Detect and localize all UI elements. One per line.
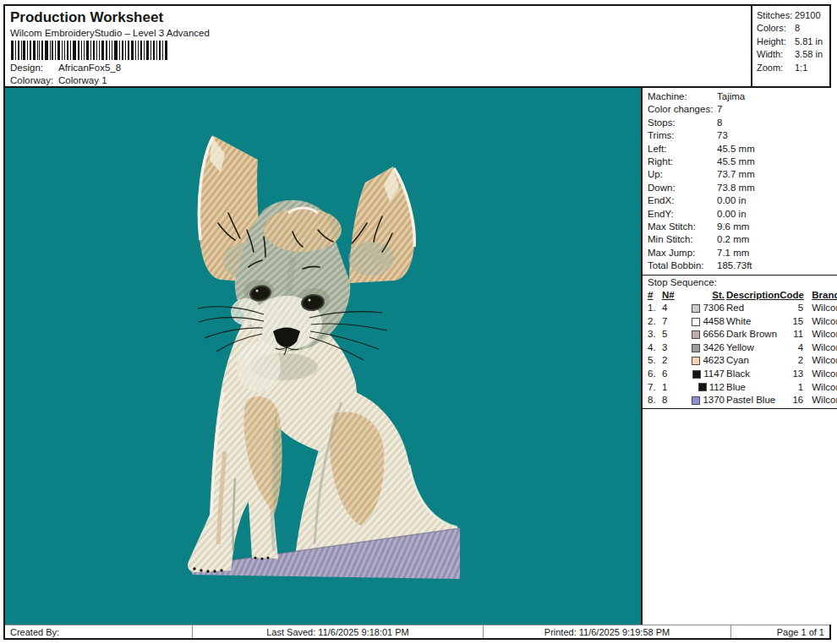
stat-width: Width:3.58 in <box>757 48 829 61</box>
machine-info-panel: Machine:Tajima Color changes:7 Stops:8 T… <box>641 88 837 625</box>
thread-swatch <box>698 383 707 391</box>
colorway-value: Colorway 1 <box>58 75 107 85</box>
info-endy: EndY:0.00 in <box>643 208 837 221</box>
table-row: 1.4 7306 Red5Wilcom <box>648 302 837 315</box>
info-min-stitch: Min Stitch:0.2 mm <box>643 233 837 246</box>
info-trims: Trims:73 <box>643 129 837 142</box>
design-stats-box: Stitches:29100 Colors:8 Height:5.81 in W… <box>751 6 829 86</box>
app-subtitle: Wilcom EmbroideryStudio – Level 3 Advanc… <box>10 27 744 39</box>
thread-swatch <box>692 304 700 313</box>
stat-zoom: Zoom:1:1 <box>757 62 829 74</box>
info-total-bobbin: Total Bobbin:185.73ft <box>643 259 837 272</box>
table-row: 8.8 1370 Pastel Blue16Wilcom <box>648 394 837 407</box>
stat-height: Height:5.81 in <box>757 35 829 48</box>
thread-swatch <box>692 396 700 405</box>
table-row: 6.6 1147 Black13Wilcom <box>648 368 837 381</box>
info-left: Left:45.5 mm <box>643 143 837 156</box>
info-max-stitch: Max Stitch:9.6 mm <box>643 221 837 233</box>
header-left: Production Worksheet Wilcom EmbroiderySt… <box>5 6 751 86</box>
info-down: Down:73.8 mm <box>643 182 837 194</box>
footer-created-by: Created By: <box>5 625 193 638</box>
worksheet-frame: Production Worksheet Wilcom EmbroiderySt… <box>3 4 831 640</box>
page-title: Production Worksheet <box>10 8 744 26</box>
table-row: 7.1 112 Blue1Wilcom <box>648 381 837 395</box>
thread-swatch <box>692 344 700 352</box>
design-row: Design:AfricanFox5_8 <box>10 62 744 74</box>
main-area: Machine:Tajima Color changes:7 Stops:8 T… <box>5 88 829 625</box>
info-stops: Stops:8 <box>643 117 837 129</box>
table-row: 3.5 6656 Dark Brown11Wilcom <box>648 328 837 341</box>
info-up: Up:73.7 mm <box>643 168 837 181</box>
design-value: AfricanFox5_8 <box>58 63 121 73</box>
stat-colors: Colors:8 <box>757 22 829 35</box>
fox-embroidery-graphic <box>5 88 641 625</box>
info-endx: EndX:0.00 in <box>643 194 837 207</box>
table-row: 4.3 3426 Yellow4Wilcom <box>648 341 837 355</box>
colorway-label: Colorway: <box>10 74 58 86</box>
footer-page-number: Page 1 of 1 <box>731 625 829 638</box>
col-description: Description <box>726 289 780 303</box>
design-canvas <box>5 88 641 625</box>
info-machine: Machine:Tajima <box>643 90 837 103</box>
thread-swatch <box>692 330 700 339</box>
footer-printed: Printed: 11/6/2025 9:19:58 PM <box>484 625 731 638</box>
machine-info-list: Machine:Tajima Color changes:7 Stops:8 T… <box>643 88 837 275</box>
table-row: 2.7 4458 White15Wilcom <box>648 315 837 329</box>
colorway-row: Colorway:Colorway 1 <box>10 74 744 86</box>
thread-swatch <box>692 370 701 379</box>
design-label: Design: <box>10 62 58 74</box>
header: Production Worksheet Wilcom EmbroiderySt… <box>5 6 829 88</box>
col-st: St. <box>682 289 726 303</box>
thread-swatch <box>692 318 700 326</box>
info-max-jump: Max Jump:7.1 mm <box>643 247 837 259</box>
col-brand: Brand <box>805 289 837 303</box>
col-code: Code <box>780 289 805 303</box>
production-worksheet-page: Production Worksheet Wilcom EmbroiderySt… <box>0 0 837 644</box>
stop-sequence-label: Stop Sequence: <box>643 275 837 289</box>
stop-sequence-table: # N# St. Description Code Brand 1.4 7306… <box>643 289 837 409</box>
table-row: 5.2 4623 Cyan2Wilcom <box>648 354 837 368</box>
col-num: # <box>648 289 662 303</box>
panel-empty-space <box>643 409 837 625</box>
footer-last-saved: Last Saved: 11/6/2025 9:18:01 PM <box>193 625 484 638</box>
barcode <box>11 41 168 60</box>
info-color-changes: Color changes:7 <box>643 103 837 116</box>
col-needle: N# <box>662 289 682 303</box>
footer: Created By: Last Saved: 11/6/2025 9:18:0… <box>5 625 829 638</box>
stat-stitches: Stitches:29100 <box>757 9 829 22</box>
info-right: Right:45.5 mm <box>643 156 837 168</box>
table-header-row: # N# St. Description Code Brand <box>648 289 837 303</box>
thread-swatch <box>692 357 700 365</box>
